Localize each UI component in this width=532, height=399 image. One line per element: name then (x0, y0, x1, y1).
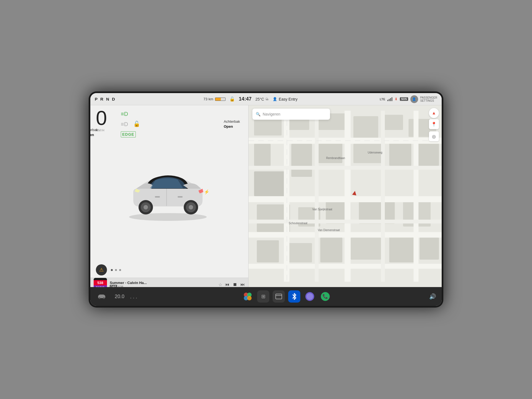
svg-point-50 (103, 297, 105, 299)
favorite-button[interactable]: ☆ (218, 282, 222, 287)
taskbar-apps: ⊞ (144, 290, 429, 303)
media-bar: 538 RADIO Summer - Calvin Ha... DAB 538 … (90, 278, 248, 287)
profile-label: Easy Entry (279, 97, 298, 101)
status-right-icons: LTE ⬇ SOS 👤 PASSENGERSETTINGS (380, 95, 437, 103)
profile-icon: 👤 (273, 97, 277, 101)
svg-point-6 (189, 205, 193, 209)
settings-text: PASSENGERSETTINGS (420, 96, 438, 102)
signal-bar-4 (392, 97, 392, 101)
app-phone[interactable]: 📞 (319, 290, 331, 303)
signal-bar-1 (387, 100, 388, 101)
download-icon: ⬇ (395, 97, 398, 101)
svg-rect-41 (345, 111, 351, 282)
svg-rect-46 (381, 111, 385, 282)
car-area: Voorbak Open Achterbak Open 🔓 (90, 116, 248, 262)
warning-dots: ⚠ (90, 262, 248, 278)
page-dots (111, 269, 121, 271)
svg-rect-45 (315, 111, 319, 282)
svg-text:📞: 📞 (323, 294, 328, 299)
temp-display: 25°C 🌥 (255, 97, 269, 101)
svg-rect-8 (155, 196, 160, 198)
svg-rect-9 (178, 196, 183, 198)
page-dot-3 (119, 269, 121, 271)
svg-point-58 (306, 293, 313, 300)
compass-arrow: ▲ (432, 111, 436, 116)
app-bubble[interactable] (304, 290, 316, 303)
prnd-display: P R N D (95, 97, 116, 101)
sos-label: SOS (400, 97, 408, 101)
svg-rect-42 (413, 111, 418, 282)
profile-avatar[interactable]: 👤 (410, 95, 418, 103)
battery-info: 73 km (203, 97, 225, 101)
map-svg (249, 105, 442, 287)
search-bar[interactable]: 🔍 Navigeren (252, 109, 330, 120)
street-van-diemenstraat: Van Diemenstraat (318, 229, 340, 232)
page-dot-1 (111, 269, 113, 271)
weather-icon: 🌥 (265, 97, 269, 101)
svg-rect-44 (249, 220, 442, 224)
time-display: 14:47 (239, 96, 252, 102)
lock-icon[interactable]: 🔓 (229, 96, 235, 102)
app-bluetooth[interactable] (288, 290, 300, 303)
svg-rect-34 (389, 235, 414, 262)
compass[interactable]: ▲ (429, 108, 439, 118)
temperature-display: 20.0 (115, 294, 124, 300)
map-controls: 📍 ◎ (429, 119, 439, 141)
track-title: Summer - Calvin Ha... (110, 281, 216, 285)
left-bottom: ⚠ 538 RADIO (90, 262, 248, 287)
taskbar: 20.0 ... ⊞ (90, 287, 442, 306)
left-panel: 0 KM/H ≡D ≡D EDGE Voorbak Open (90, 105, 248, 287)
svg-rect-18 (254, 144, 271, 166)
media-info: Summer - Calvin Ha... DAB 538 (110, 281, 216, 287)
lte-label: LTE (380, 98, 385, 101)
app-window[interactable] (273, 290, 285, 303)
app-grid[interactable]: ⊞ (257, 290, 269, 303)
radio-top-label: 538 (94, 280, 107, 286)
svg-rect-43 (249, 166, 442, 170)
warning-button[interactable]: ⚠ (96, 264, 107, 275)
street-schoutenstraat: Schoutenstraat (289, 222, 307, 225)
svg-rect-30 (257, 240, 279, 262)
svg-rect-33 (351, 237, 381, 260)
car-image: ⚡ (119, 150, 219, 228)
profile-section[interactable]: 👤 Easy Entry (273, 97, 298, 101)
svg-text:⚡: ⚡ (204, 189, 209, 195)
main-content: 0 KM/H ≡D ≡D EDGE Voorbak Open (90, 105, 442, 287)
signal-bar-2 (389, 99, 390, 101)
svg-point-3 (144, 205, 148, 209)
map-panel[interactable]: Rembrandtlaan Udenseweg Van Speijkstraat… (249, 105, 442, 287)
track-subtitle: DAB 538 (110, 285, 216, 287)
trunk-open-icon: 🔓 (133, 121, 140, 127)
svg-rect-21 (318, 141, 342, 163)
radio-bottom-label: RADIO (94, 285, 107, 287)
svg-rect-15 (353, 116, 378, 138)
achterbak-label: Achterbak Open (224, 119, 240, 129)
app-multicolor[interactable] (242, 290, 254, 303)
prev-button[interactable]: ⏮ (225, 282, 229, 287)
street-rembrandtlaan: Rembrandtlaan (326, 157, 345, 160)
search-placeholder: Navigeren (263, 112, 280, 116)
svg-rect-32 (320, 237, 342, 262)
center-button[interactable]: ◎ (429, 131, 439, 141)
svg-rect-20 (291, 144, 312, 177)
taskbar-left: 20.0 (96, 291, 124, 302)
status-center: 73 km 🔓 14:47 25°C 🌥 👤 Easy Entry (121, 96, 380, 102)
stop-button[interactable]: ⏹ (233, 282, 237, 287)
screen-inner: P R N D 73 km 🔓 14:47 25°C 🌥 👤 Easy Ent (90, 93, 442, 306)
street-van-speijkstraat: Van Speijkstraat (312, 208, 332, 211)
svg-rect-55 (276, 294, 282, 299)
car-button[interactable] (96, 291, 108, 302)
more-options[interactable]: ... (130, 293, 138, 300)
status-bar: P R N D 73 km 🔓 14:47 25°C 🌥 👤 Easy Ent (90, 93, 442, 105)
signal-bar-3 (390, 98, 391, 101)
voorbak-label: Voorbak Open (90, 127, 98, 137)
signal-bars (387, 97, 392, 101)
location-button[interactable]: 📍 (429, 119, 439, 129)
svg-rect-40 (284, 111, 289, 282)
station-name: 538 (118, 285, 123, 287)
battery-fill (215, 98, 221, 101)
radio-logo[interactable]: 538 RADIO (94, 278, 107, 287)
svg-rect-24 (417, 141, 439, 166)
speaker-icon[interactable]: 🔊 (429, 293, 436, 300)
next-button[interactable]: ⏭ (241, 282, 245, 287)
